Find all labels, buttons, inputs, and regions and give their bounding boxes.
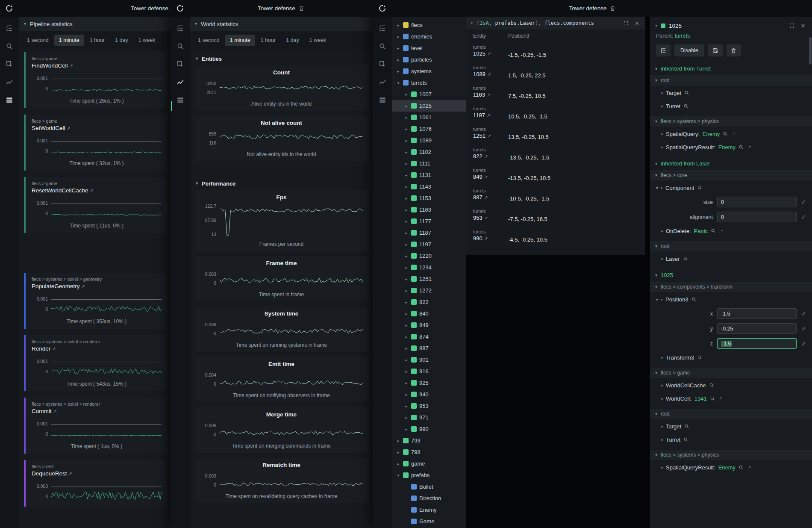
tree-item-1061[interactable]: ▸1061 — [392, 112, 466, 123]
external-link-icon[interactable]: ↗ — [484, 174, 488, 180]
entity-id[interactable]: 1025 ↗ — [473, 50, 491, 57]
expander-icon[interactable]: ▸ — [404, 335, 409, 339]
tab-1-hour[interactable]: 1 hour — [85, 35, 109, 46]
expander-icon[interactable]: ▸ — [404, 173, 409, 177]
entity-id[interactable]: 1089 ↗ — [473, 71, 491, 77]
query-result-row[interactable]: turrets1163 ↗7.5, -0.25, 10.5 — [466, 82, 645, 102]
column-header-Entity[interactable]: Entity — [473, 33, 508, 39]
external-link-icon[interactable]: ↗ — [487, 133, 491, 139]
tree-item-971[interactable]: ▸971 — [392, 412, 466, 423]
component-value[interactable]: Enemy — [718, 144, 736, 150]
chevron-down-icon[interactable]: ▾ — [656, 298, 658, 302]
chevron-down-icon[interactable]: ▾ — [656, 186, 658, 190]
expander-icon[interactable]: ▸ — [396, 35, 400, 39]
component-path-header[interactable]: ▾root — [650, 409, 812, 419]
query-result-row[interactable]: turrets822 ↗-13.5, -0.25, -1.5 — [466, 143, 645, 164]
expander-icon[interactable]: ▸ — [404, 92, 409, 97]
chevron-down-icon[interactable]: ▾ — [655, 24, 657, 28]
entity-id[interactable]: 887 ↗ — [473, 194, 488, 201]
external-link-icon[interactable]: ↗ — [88, 188, 94, 193]
external-link-icon[interactable]: ↗ — [52, 409, 57, 414]
component-item-SpatialQuery[interactable]: SpatialQuery:Enemy.* — [655, 127, 807, 141]
expander-icon[interactable]: ▸ — [396, 46, 400, 50]
tree-item-systems[interactable]: ▸systems — [392, 65, 466, 77]
tab-1-minute[interactable]: 1 minute — [54, 35, 84, 46]
sidebar-stats-button[interactable] — [176, 95, 185, 105]
expander-icon[interactable]: ▸ — [396, 69, 400, 74]
search-icon[interactable] — [697, 355, 703, 360]
expander-icon[interactable]: ▾ — [396, 81, 400, 85]
component-value[interactable]: Enemy — [703, 131, 720, 137]
tree-item-798[interactable]: ▸798 — [392, 446, 466, 458]
tree-item-1187[interactable]: ▸1187 — [392, 227, 466, 239]
expander-icon[interactable]: ▸ — [404, 312, 409, 316]
tab-1-day[interactable]: 1 day — [281, 35, 304, 46]
entity-id[interactable]: 849 ↗ — [473, 174, 488, 180]
search-icon[interactable] — [738, 145, 744, 150]
column-header-Position3[interactable]: Position3 — [508, 33, 645, 39]
expand-icon[interactable] — [788, 22, 796, 29]
tree-item-1076[interactable]: ▸1076 — [392, 123, 466, 135]
tree-item-level[interactable]: ▸level — [392, 42, 466, 54]
expander-icon[interactable]: ▸ — [396, 23, 400, 27]
value-input[interactable]: -1.5 — [717, 338, 797, 349]
external-link-icon[interactable]: ↗ — [68, 63, 73, 68]
search-icon[interactable] — [684, 424, 690, 429]
expander-icon[interactable]: ▸ — [404, 127, 409, 131]
tree-item-enemies[interactable]: ▸enemies — [392, 31, 466, 42]
tree-item-Enemy[interactable]: Enemy — [392, 504, 466, 516]
card-title[interactable]: SetWorldCell ↗ — [32, 125, 162, 131]
tree-item-1102[interactable]: ▸1102 — [392, 146, 466, 158]
query-expression[interactable]: (IsA, prefabs.Laser), flecs.components — [477, 20, 618, 26]
sidebar-inspector-button[interactable] — [378, 59, 387, 69]
query-result-row[interactable]: turrets1025 ↗-1.5, -0.25, -1.5 — [466, 41, 645, 61]
query-result-row[interactable]: turrets1197 ↗10.5, -0.25, -1.5 — [466, 102, 645, 123]
tab-1-week[interactable]: 1 week — [134, 35, 160, 46]
sidebar-chart-button[interactable] — [176, 77, 185, 87]
query-result-row[interactable]: turrets990 ↗-4.5, -0.25, 10.5 — [466, 225, 645, 246]
expander-icon[interactable]: ▸ — [404, 369, 409, 374]
external-link-icon[interactable]: ↗ — [484, 154, 488, 159]
expander-icon[interactable]: ▸ — [396, 58, 400, 62]
tab-1-second[interactable]: 1 second — [193, 35, 224, 46]
tree-item-822[interactable]: ▸822 — [392, 296, 466, 308]
expander-icon[interactable]: ▸ — [404, 242, 409, 247]
tree-item-940[interactable]: ▸940 — [392, 389, 466, 400]
external-link-icon[interactable]: ↗ — [484, 236, 488, 241]
sidebar-stats-button[interactable] — [378, 95, 387, 105]
sidebar-chart-button[interactable] — [5, 77, 14, 87]
tree-item-1131[interactable]: ▸1131 — [392, 169, 466, 181]
edit-icon[interactable] — [801, 341, 807, 347]
search-icon[interactable] — [683, 103, 689, 109]
search-icon[interactable] — [683, 437, 689, 442]
tree-item-1111[interactable]: ▸1111 — [392, 158, 466, 169]
expander-icon[interactable]: ▸ — [404, 139, 409, 143]
chevron-down-icon[interactable]: ▾ — [471, 21, 473, 25]
tree-item-990[interactable]: ▸990 — [392, 423, 466, 435]
tree-item-1251[interactable]: ▸1251 — [392, 273, 466, 285]
expander-icon[interactable]: ▸ — [404, 219, 409, 224]
tree-item-849[interactable]: ▸849 — [392, 319, 466, 331]
expander-icon[interactable]: ▸ — [404, 162, 409, 166]
component-path-header[interactable]: ▾root — [650, 75, 812, 86]
entity-id[interactable]: 1197 ↗ — [473, 112, 491, 118]
external-link-icon[interactable]: ↗ — [50, 346, 56, 351]
external-link-icon[interactable]: ↗ — [484, 195, 488, 200]
component-item-SpatialQueryResult[interactable]: SpatialQueryResult:Enemy.* — [655, 461, 807, 474]
component-path-header[interactable]: ▾flecs > systems > physics — [650, 450, 812, 460]
search-icon[interactable] — [691, 297, 697, 302]
query-result-row[interactable]: turrets1089 ↗1.5, -0.25, 22.5 — [466, 61, 645, 82]
tab-1-week[interactable]: 1 week — [305, 35, 331, 46]
sidebar-tree-button[interactable] — [176, 24, 185, 33]
tree-item-953[interactable]: ▸953 — [392, 400, 466, 412]
external-link-icon[interactable]: ↗ — [487, 92, 491, 97]
tree-item-1220[interactable]: ▸1220 — [392, 250, 466, 262]
tree-item-turrets[interactable]: ▾turrets — [392, 77, 466, 88]
component-item-Transform3[interactable]: Transform3 — [655, 351, 807, 364]
expander-icon[interactable]: ▸ — [404, 254, 409, 258]
tree-item-793[interactable]: ▸793 — [392, 435, 466, 446]
tree-item-1007[interactable]: ▸1007 — [392, 88, 466, 100]
scrollbar-thumb[interactable] — [809, 37, 812, 65]
component-item-WorldCellCache[interactable]: WorldCellCache — [655, 379, 807, 392]
query-result-row[interactable]: turrets1251 ↗13.5, -0.25, 10.5 — [466, 123, 645, 143]
